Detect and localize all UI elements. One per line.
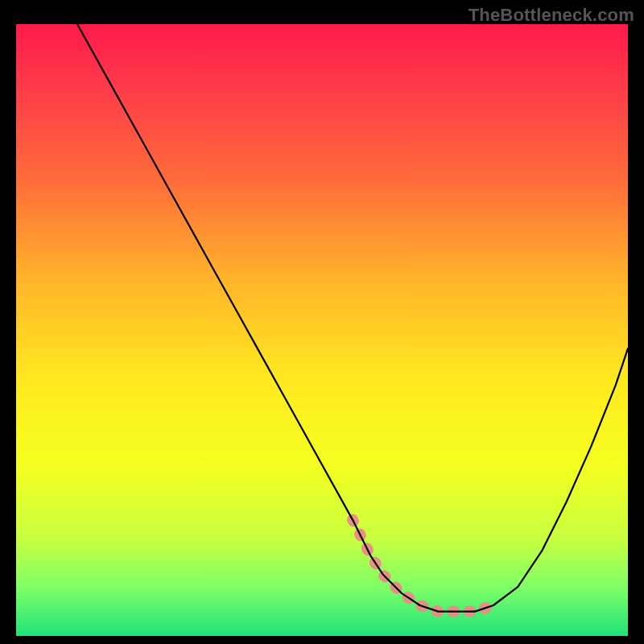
watermark-text: TheBottleneck.com: [469, 5, 634, 26]
chart-svg: [16, 24, 628, 636]
plot-area: [16, 24, 628, 636]
gradient-background: [16, 24, 628, 636]
chart-stage: TheBottleneck.com: [0, 0, 644, 644]
